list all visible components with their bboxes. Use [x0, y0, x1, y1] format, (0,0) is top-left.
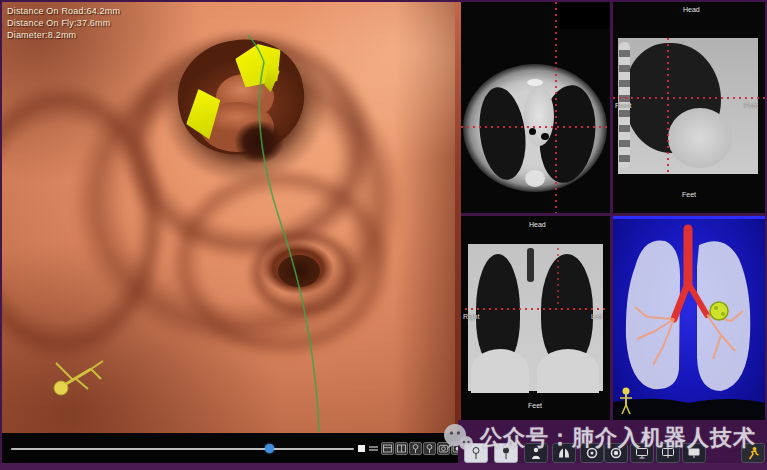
nodule-marker [710, 302, 728, 320]
monitor-icon [635, 446, 649, 460]
layout-button[interactable] [395, 442, 408, 455]
ring-icon [609, 446, 623, 460]
bronchoscopy-app: Distance On Road:64.2mm Distance On Fly:… [0, 0, 767, 470]
person-icon [529, 446, 543, 460]
endoscopy-toolbar [2, 433, 458, 463]
orientation-label-right: Left [591, 313, 603, 320]
add-waypoint-button[interactable] [464, 443, 488, 463]
wall-shadow [394, 2, 456, 433]
layout-3-button[interactable] [682, 443, 706, 463]
ct-spine [525, 170, 545, 187]
orientation-label-left: Right [463, 313, 479, 320]
crosshair-vertical [667, 38, 669, 174]
sagittal-ct-panel[interactable]: Head Front Post Feet [613, 2, 765, 213]
orientation-label-right: Post [744, 102, 758, 109]
edit-waypoint-button[interactable] [494, 443, 518, 463]
crosshair-horizontal [465, 308, 606, 310]
ct-bronchus [529, 128, 536, 135]
exit-navigation-button[interactable] [741, 443, 765, 463]
layout-icon [382, 443, 393, 454]
waypoint-button[interactable] [423, 442, 436, 455]
orientation-label-left: Front [615, 102, 631, 109]
layout-2-button[interactable] [656, 443, 680, 463]
ct-heart [668, 108, 732, 168]
ct-mediastinum [524, 86, 554, 146]
ct-bronchus [541, 133, 549, 140]
rotate-view-button[interactable] [580, 443, 604, 463]
crosshair-vertical [557, 248, 559, 308]
crosshair-vertical [555, 2, 557, 213]
patient-tool-button[interactable] [524, 443, 548, 463]
camera-button[interactable] [437, 442, 450, 455]
monitor-icon [661, 446, 675, 460]
axial-ct-panel[interactable] [461, 2, 610, 213]
slider-end-marker [358, 445, 365, 452]
layout-button[interactable] [381, 442, 394, 455]
lungs-icon [557, 446, 571, 460]
info-mask-box [557, 3, 609, 29]
crosshair-horizontal [461, 126, 610, 128]
ct-diaphragm [471, 349, 529, 393]
pin-icon [499, 446, 513, 460]
ring-icon [585, 446, 599, 460]
lung-view-button[interactable] [552, 443, 576, 463]
waypoint-icon [410, 443, 421, 454]
bottom-frame-band [0, 463, 767, 470]
waypoint-button[interactable] [409, 442, 422, 455]
orientation-label-top: Head [529, 221, 546, 228]
record-button[interactable] [604, 443, 628, 463]
lung-3d-panel[interactable] [613, 216, 765, 420]
lower-airway-lumen [278, 255, 320, 287]
coronal-ct-panel[interactable]: Head Right Left Feet [461, 216, 610, 420]
layout-1-button[interactable] [630, 443, 654, 463]
crosshair-horizontal [613, 97, 765, 99]
orientation-label-bottom: Feet [682, 191, 696, 198]
main-toolbar [458, 420, 767, 464]
distance-on-fly-value: Distance On Fly:37.6mm [7, 17, 120, 29]
fly-through-slider-handle[interactable] [265, 444, 274, 453]
orientation-figure-icon [46, 354, 106, 409]
pin-icon [469, 446, 483, 460]
layout-icon [396, 443, 407, 454]
ct-diaphragm [537, 349, 599, 393]
waypoint-icon [424, 443, 435, 454]
distance-on-road-value: Distance On Road:64.2mm [7, 5, 120, 17]
monitor-icon [687, 446, 701, 460]
distal-airway-lumen [234, 120, 284, 164]
orientation-label-bottom: Feet [528, 402, 542, 409]
ct-trachea [527, 248, 534, 282]
measurement-overlay: Distance On Road:64.2mm Distance On Fly:… [7, 5, 120, 41]
camera-icon [438, 443, 449, 454]
lung-3d-rendering [613, 219, 765, 420]
runner-icon [746, 446, 760, 460]
virtual-endoscopy-view[interactable]: Distance On Road:64.2mm Distance On Fly:… [2, 2, 456, 433]
fly-through-slider-track[interactable] [11, 448, 354, 450]
ct-sternum [527, 79, 543, 86]
slider-scale-marks [369, 446, 378, 451]
orientation-label-top: Head [683, 6, 700, 13]
diameter-value: Diameter:8.2mm [7, 29, 120, 41]
